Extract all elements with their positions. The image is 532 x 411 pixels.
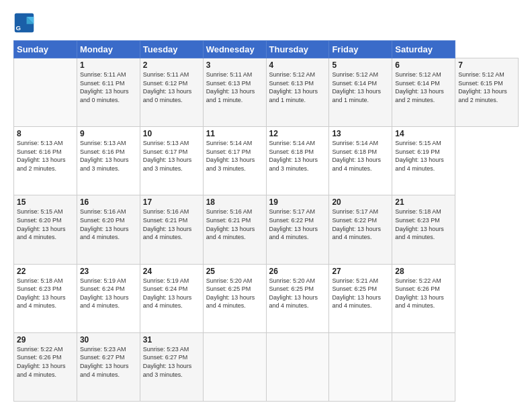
day-info: Sunrise: 5:15 AM Sunset: 6:19 PM Dayligh… [395, 139, 452, 173]
calendar-day-20: 20 Sunrise: 5:17 AM Sunset: 6:22 PM Dayl… [329, 195, 392, 264]
calendar-day-2: 2 Sunrise: 5:11 AM Sunset: 6:12 PM Dayli… [140, 58, 203, 127]
calendar-day-23: 23 Sunrise: 5:19 AM Sunset: 6:24 PM Dayl… [77, 264, 140, 332]
calendar-week-4: 29 Sunrise: 5:22 AM Sunset: 6:26 PM Dayl… [14, 332, 519, 401]
day-info: Sunrise: 5:18 AM Sunset: 6:23 PM Dayligh… [395, 208, 452, 241]
day-info: Sunrise: 5:18 AM Sunset: 6:23 PM Dayligh… [17, 277, 74, 310]
day-header-monday: Monday [77, 41, 140, 58]
day-number: 29 [17, 335, 74, 345]
calendar-day-21: 21 Sunrise: 5:18 AM Sunset: 6:23 PM Dayl… [392, 195, 455, 264]
day-number: 2 [143, 60, 200, 70]
day-info: Sunrise: 5:13 AM Sunset: 6:17 PM Dayligh… [143, 139, 200, 173]
calendar-day-15: 15 Sunrise: 5:15 AM Sunset: 6:20 PM Dayl… [14, 195, 77, 264]
day-info: Sunrise: 5:16 AM Sunset: 6:21 PM Dayligh… [206, 208, 263, 241]
day-number: 7 [458, 60, 515, 70]
day-info: Sunrise: 5:14 AM Sunset: 6:18 PM Dayligh… [332, 139, 389, 173]
calendar-day-9: 9 Sunrise: 5:13 AM Sunset: 6:16 PM Dayli… [77, 127, 140, 195]
empty-cell [392, 332, 455, 401]
day-number: 19 [269, 197, 326, 207]
calendar-day-12: 12 Sunrise: 5:14 AM Sunset: 6:18 PM Dayl… [266, 127, 329, 195]
day-info: Sunrise: 5:12 AM Sunset: 6:14 PM Dayligh… [332, 71, 389, 104]
calendar-day-16: 16 Sunrise: 5:16 AM Sunset: 6:20 PM Dayl… [77, 195, 140, 264]
calendar-day-17: 17 Sunrise: 5:16 AM Sunset: 6:21 PM Dayl… [140, 195, 203, 264]
day-header-tuesday: Tuesday [140, 41, 203, 58]
day-number: 26 [269, 267, 326, 276]
calendar-day-13: 13 Sunrise: 5:14 AM Sunset: 6:18 PM Dayl… [329, 127, 392, 195]
calendar-day-3: 3 Sunrise: 5:11 AM Sunset: 6:13 PM Dayli… [203, 58, 266, 127]
day-info: Sunrise: 5:14 AM Sunset: 6:17 PM Dayligh… [206, 139, 263, 173]
calendar-day-26: 26 Sunrise: 5:20 AM Sunset: 6:25 PM Dayl… [266, 264, 329, 332]
calendar-day-24: 24 Sunrise: 5:19 AM Sunset: 6:24 PM Dayl… [140, 264, 203, 332]
day-header-saturday: Saturday [392, 41, 455, 58]
day-info: Sunrise: 5:23 AM Sunset: 6:27 PM Dayligh… [143, 345, 200, 379]
calendar-day-10: 10 Sunrise: 5:13 AM Sunset: 6:17 PM Dayl… [140, 127, 203, 195]
day-info: Sunrise: 5:13 AM Sunset: 6:16 PM Dayligh… [17, 139, 74, 173]
day-number: 14 [395, 129, 452, 138]
day-info: Sunrise: 5:16 AM Sunset: 6:21 PM Dayligh… [143, 208, 200, 241]
calendar-day-28: 28 Sunrise: 5:22 AM Sunset: 6:26 PM Dayl… [392, 264, 455, 332]
day-info: Sunrise: 5:22 AM Sunset: 6:26 PM Dayligh… [395, 277, 452, 310]
day-info: Sunrise: 5:23 AM Sunset: 6:27 PM Dayligh… [80, 345, 137, 379]
calendar-table: SundayMondayTuesdayWednesdayThursdayFrid… [13, 40, 519, 402]
calendar-day-29: 29 Sunrise: 5:22 AM Sunset: 6:26 PM Dayl… [14, 332, 77, 401]
logo: G [13, 12, 38, 34]
day-number: 6 [395, 60, 452, 70]
calendar-day-8: 8 Sunrise: 5:13 AM Sunset: 6:16 PM Dayli… [14, 127, 77, 195]
day-number: 15 [17, 197, 74, 207]
calendar-week-2: 15 Sunrise: 5:15 AM Sunset: 6:20 PM Dayl… [14, 195, 519, 264]
day-info: Sunrise: 5:19 AM Sunset: 6:24 PM Dayligh… [80, 277, 137, 310]
calendar-day-14: 14 Sunrise: 5:15 AM Sunset: 6:19 PM Dayl… [392, 127, 455, 195]
day-info: Sunrise: 5:12 AM Sunset: 6:15 PM Dayligh… [458, 71, 515, 104]
day-info: Sunrise: 5:11 AM Sunset: 6:11 PM Dayligh… [80, 71, 137, 104]
day-header-friday: Friday [329, 41, 392, 58]
calendar-day-11: 11 Sunrise: 5:14 AM Sunset: 6:17 PM Dayl… [203, 127, 266, 195]
calendar-day-5: 5 Sunrise: 5:12 AM Sunset: 6:14 PM Dayli… [329, 58, 392, 127]
calendar-day-7: 7 Sunrise: 5:12 AM Sunset: 6:15 PM Dayli… [455, 58, 519, 127]
empty-cell [329, 332, 392, 401]
day-info: Sunrise: 5:13 AM Sunset: 6:16 PM Dayligh… [80, 139, 137, 173]
calendar-day-27: 27 Sunrise: 5:21 AM Sunset: 6:25 PM Dayl… [329, 264, 392, 332]
day-number: 12 [269, 129, 326, 138]
day-number: 1 [80, 60, 137, 70]
day-number: 30 [80, 335, 137, 345]
day-info: Sunrise: 5:17 AM Sunset: 6:22 PM Dayligh… [269, 208, 326, 241]
empty-cell [14, 58, 77, 127]
day-info: Sunrise: 5:22 AM Sunset: 6:26 PM Dayligh… [17, 345, 74, 379]
day-number: 27 [332, 267, 389, 276]
calendar-week-0: 1 Sunrise: 5:11 AM Sunset: 6:11 PM Dayli… [14, 58, 519, 127]
day-info: Sunrise: 5:17 AM Sunset: 6:22 PM Dayligh… [332, 208, 389, 241]
day-number: 18 [206, 197, 263, 207]
calendar-day-25: 25 Sunrise: 5:20 AM Sunset: 6:25 PM Dayl… [203, 264, 266, 332]
calendar-day-1: 1 Sunrise: 5:11 AM Sunset: 6:11 PM Dayli… [77, 58, 140, 127]
day-number: 9 [80, 129, 137, 138]
day-info: Sunrise: 5:19 AM Sunset: 6:24 PM Dayligh… [143, 277, 200, 310]
day-number: 8 [17, 129, 74, 138]
day-info: Sunrise: 5:12 AM Sunset: 6:14 PM Dayligh… [395, 71, 452, 104]
day-header-wednesday: Wednesday [203, 41, 266, 58]
calendar-day-6: 6 Sunrise: 5:12 AM Sunset: 6:14 PM Dayli… [392, 58, 455, 127]
day-number: 24 [143, 267, 200, 276]
day-header-sunday: Sunday [14, 41, 77, 58]
empty-cell [203, 332, 266, 401]
day-info: Sunrise: 5:20 AM Sunset: 6:25 PM Dayligh… [269, 277, 326, 310]
logo-icon: G [13, 12, 35, 34]
day-info: Sunrise: 5:11 AM Sunset: 6:12 PM Dayligh… [143, 71, 200, 104]
day-number: 4 [269, 60, 326, 70]
day-info: Sunrise: 5:11 AM Sunset: 6:13 PM Dayligh… [206, 71, 263, 104]
header: G [13, 12, 519, 34]
day-number: 21 [395, 197, 452, 207]
day-number: 23 [80, 267, 137, 276]
day-number: 17 [143, 197, 200, 207]
day-number: 10 [143, 129, 200, 138]
day-number: 16 [80, 197, 137, 207]
calendar-day-19: 19 Sunrise: 5:17 AM Sunset: 6:22 PM Dayl… [266, 195, 329, 264]
day-info: Sunrise: 5:15 AM Sunset: 6:20 PM Dayligh… [17, 208, 74, 241]
day-number: 31 [143, 335, 200, 345]
day-number: 13 [332, 129, 389, 138]
calendar-header-row: SundayMondayTuesdayWednesdayThursdayFrid… [14, 41, 519, 58]
calendar-day-22: 22 Sunrise: 5:18 AM Sunset: 6:23 PM Dayl… [14, 264, 77, 332]
day-info: Sunrise: 5:21 AM Sunset: 6:25 PM Dayligh… [332, 277, 389, 310]
day-info: Sunrise: 5:14 AM Sunset: 6:18 PM Dayligh… [269, 139, 326, 173]
calendar-day-18: 18 Sunrise: 5:16 AM Sunset: 6:21 PM Dayl… [203, 195, 266, 264]
calendar-day-4: 4 Sunrise: 5:12 AM Sunset: 6:13 PM Dayli… [266, 58, 329, 127]
calendar-day-31: 31 Sunrise: 5:23 AM Sunset: 6:27 PM Dayl… [140, 332, 203, 401]
